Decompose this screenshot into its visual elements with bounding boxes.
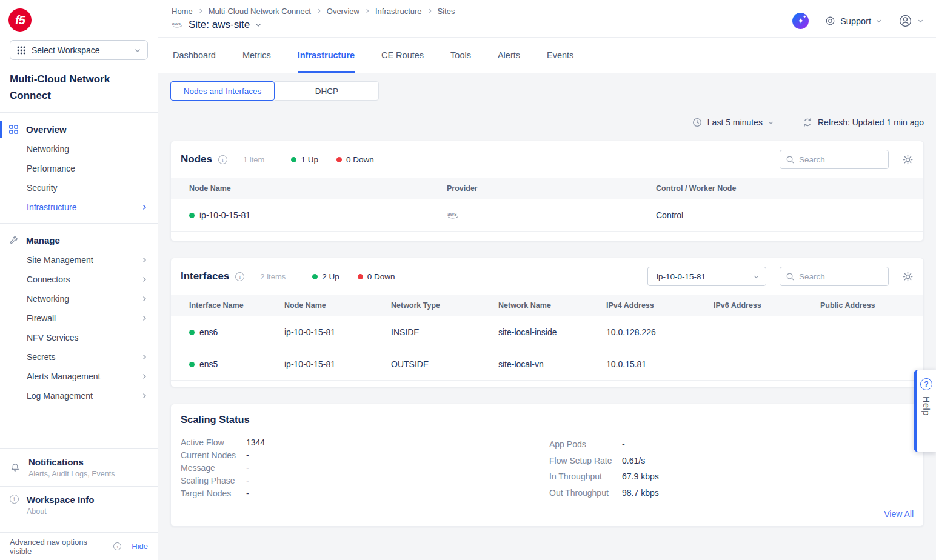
column-header[interactable]: Node Name xyxy=(284,295,391,316)
time-range-selector[interactable]: Last 5 minutes xyxy=(692,117,774,128)
wrench-icon xyxy=(8,235,19,245)
f5-logo[interactable]: f5 xyxy=(8,8,32,32)
interfaces-card: Interfaces i 2 items 2 Up 0 Down ip-10-0… xyxy=(170,258,924,387)
scaling-value: - xyxy=(246,462,249,475)
cell-network-type: OUTSIDE xyxy=(391,359,429,369)
workspace-selector[interactable]: Select Workspace xyxy=(10,40,148,60)
scaling-status-body: Active Flow1344 Current Nodes- Message- … xyxy=(181,436,914,501)
sidebar-item-firewall[interactable]: Firewall xyxy=(0,308,158,328)
scaling-value: - xyxy=(246,449,249,462)
sidebar-item-site-management[interactable]: Site Management xyxy=(0,250,158,270)
main-area: Home Multi-Cloud Network Connect Overvie… xyxy=(158,0,936,560)
sidebar-item-infrastructure[interactable]: Infrastructure xyxy=(0,198,158,217)
interfaces-search-input[interactable] xyxy=(799,272,883,281)
column-header[interactable]: Network Name xyxy=(498,295,606,316)
site-title-dropdown[interactable]: aws Site: aws-site xyxy=(172,19,455,31)
search-icon xyxy=(786,155,795,164)
sidebar-item-security[interactable]: Security xyxy=(0,178,158,198)
user-account-menu[interactable] xyxy=(898,13,924,28)
column-header[interactable]: IPv4 Address xyxy=(606,295,714,316)
sidebar-item-label: Log Management xyxy=(27,391,93,401)
hide-link[interactable]: Hide xyxy=(132,542,148,551)
down-status-label: 0 Down xyxy=(346,155,374,164)
subtab-nodes-and-interfaces[interactable]: Nodes and Interfaces xyxy=(170,81,275,101)
sidebar-item-manage[interactable]: Manage xyxy=(0,230,158,250)
interfaces-search xyxy=(780,267,889,286)
tab-tools[interactable]: Tools xyxy=(450,38,471,73)
tab-dashboard[interactable]: Dashboard xyxy=(173,38,216,73)
cell-node-name: ip-10-0-15-81 xyxy=(284,359,335,369)
view-all-link[interactable]: View All xyxy=(181,509,914,519)
nodes-card-header: Nodes i 1 item 1 Up 0 Down xyxy=(171,141,923,178)
sidebar-item-workspace-info[interactable]: i Workspace Info About xyxy=(0,486,158,524)
tab-metrics[interactable]: Metrics xyxy=(242,38,271,73)
breadcrumb-overview[interactable]: Overview xyxy=(327,7,359,16)
info-icon[interactable]: i xyxy=(218,155,227,164)
scaling-row: Target Nodes- xyxy=(181,487,549,500)
sidebar-item-log-management[interactable]: Log Management xyxy=(0,386,158,405)
sidebar-item-connectors[interactable]: Connectors xyxy=(0,270,158,289)
info-icon: i xyxy=(10,495,19,504)
cell-public-address: — xyxy=(820,327,829,337)
info-icon[interactable]: i xyxy=(235,272,244,281)
grid-dots-icon xyxy=(16,45,26,55)
interfaces-card-header: Interfaces i 2 items 2 Up 0 Down ip-10-0… xyxy=(171,258,923,295)
sidebar-item-secrets[interactable]: Secrets xyxy=(0,347,158,367)
column-header[interactable]: Public Address xyxy=(820,295,923,316)
subtab-dhcp[interactable]: DHCP xyxy=(275,81,379,101)
sidebar-item-label: Overview xyxy=(26,124,67,135)
node-filter-select[interactable]: ip-10-0-15-81 xyxy=(647,267,766,286)
sidebar-item-label: Alerts Management xyxy=(27,372,100,381)
column-header[interactable]: Network Type xyxy=(391,295,498,316)
sidebar-item-networking-manage[interactable]: Networking xyxy=(0,289,158,308)
interfaces-count: 2 items xyxy=(260,272,286,281)
breadcrumb-sites[interactable]: Sites xyxy=(438,7,455,16)
support-menu[interactable]: Support xyxy=(824,15,882,27)
user-avatar-icon xyxy=(898,13,913,28)
sidebar-item-overview[interactable]: Overview xyxy=(0,119,158,139)
help-tab[interactable]: ? Help xyxy=(914,370,936,452)
chevron-down-icon xyxy=(255,21,262,28)
interfaces-settings-gear-icon[interactable] xyxy=(902,271,914,282)
column-header[interactable]: Node Name xyxy=(171,178,447,199)
down-status-dot xyxy=(358,274,363,279)
chevron-down-icon xyxy=(767,119,774,126)
sidebar-item-performance[interactable]: Performance xyxy=(0,159,158,178)
column-header[interactable]: Provider xyxy=(447,178,656,199)
sidebar-item-networking[interactable]: Networking xyxy=(0,139,158,159)
sparkle-icon: ✦ xyxy=(803,15,806,19)
sidebar-item-nfv-services[interactable]: NFV Services xyxy=(0,328,158,347)
tab-infrastructure[interactable]: Infrastructure xyxy=(298,38,355,73)
sidebar-item-label: Networking xyxy=(27,294,69,304)
node-name-link[interactable]: ip-10-0-15-81 xyxy=(199,210,250,220)
nodes-search-input[interactable] xyxy=(799,155,883,164)
column-header[interactable]: Control / Worker Node xyxy=(656,178,923,199)
breadcrumb-mcn[interactable]: Multi-Cloud Network Connect xyxy=(209,7,311,16)
breadcrumb-home[interactable]: Home xyxy=(172,7,193,16)
sidebar-item-alerts-management[interactable]: Alerts Management xyxy=(0,367,158,386)
scaling-label: Current Nodes xyxy=(181,449,246,462)
ai-assistant-button[interactable]: ✦ ✦ xyxy=(792,13,809,29)
refresh-button[interactable]: Refresh: Updated 1 min ago xyxy=(802,117,924,128)
nodes-card: Nodes i 1 item 1 Up 0 Down xyxy=(170,141,924,241)
tab-ce-routes[interactable]: CE Routes xyxy=(381,38,424,73)
up-status-label: 1 Up xyxy=(301,155,318,164)
nodes-settings-gear-icon[interactable] xyxy=(902,154,914,165)
scaling-label: Scaling Phase xyxy=(181,475,246,487)
up-status-dot xyxy=(312,274,318,279)
sidebar-item-notifications[interactable]: Notifications Alerts, Audit Logs, Events xyxy=(0,448,158,486)
column-header[interactable]: Interface Name xyxy=(171,295,284,316)
info-icon: i xyxy=(113,542,121,550)
column-header[interactable]: IPv6 Address xyxy=(714,295,820,316)
interface-status-dot xyxy=(189,362,195,367)
scaling-value: - xyxy=(246,487,249,500)
sidebar-item-label: Performance xyxy=(27,164,75,173)
tab-alerts[interactable]: Alerts xyxy=(498,38,520,73)
breadcrumb-separator-icon xyxy=(364,8,370,14)
cell-ipv6: — xyxy=(714,327,722,337)
interface-name-link[interactable]: ens5 xyxy=(199,359,218,369)
tab-events[interactable]: Events xyxy=(547,38,573,73)
refresh-icon xyxy=(802,117,813,128)
interface-name-link[interactable]: ens6 xyxy=(199,327,218,337)
breadcrumb-infrastructure[interactable]: Infrastructure xyxy=(375,7,422,16)
